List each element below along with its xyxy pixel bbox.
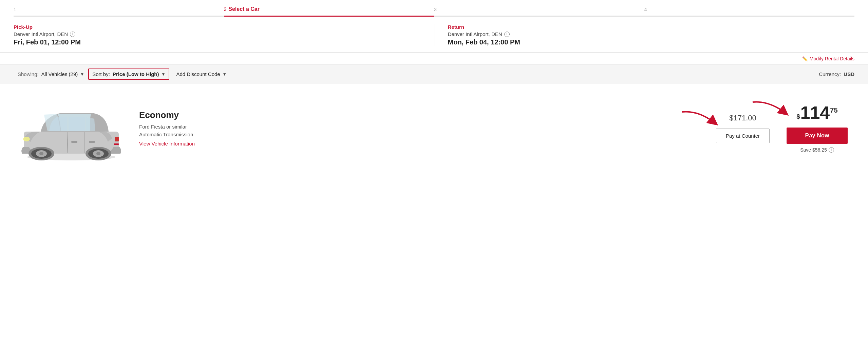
currency-value: USD (844, 71, 854, 77)
price-dollar-sign: $ (796, 113, 800, 120)
car-model: Ford Fiesta or similar (139, 124, 706, 130)
svg-rect-16 (89, 141, 95, 143)
arrow-1 (679, 107, 719, 127)
sort-chevron-icon: ▼ (162, 72, 166, 77)
step-4: 4 (644, 7, 855, 15)
return-location: Denver Intl Airport, DEN i (448, 31, 855, 37)
save-text-label: Save $56.25 (800, 147, 827, 153)
filter-bar: Showing: All Vehicles (29) ▼ Sort by: Pr… (0, 64, 868, 84)
return-section: Return Denver Intl Airport, DEN i Mon, F… (434, 24, 855, 46)
sort-filter[interactable]: Sort by: Price (Low to High) ▼ (88, 69, 169, 80)
modify-row: ✏️ Modify Rental Details (0, 53, 868, 64)
showing-chevron-icon: ▼ (80, 72, 84, 77)
pickup-return-section: Pick-Up Denver Intl Airport, DEN i Fri, … (0, 17, 868, 53)
sort-label: Sort by: (92, 71, 110, 77)
svg-point-11 (96, 152, 100, 155)
currency-label: Currency: (819, 71, 841, 77)
car-listing: Economy Ford Fiesta or similar Automatic… (0, 84, 868, 172)
pickup-location: Denver Intl Airport, DEN i (14, 31, 420, 37)
save-amount: Save $56.25 i (800, 147, 834, 153)
step-line-4 (644, 16, 855, 17)
car-category: Economy (139, 110, 706, 120)
pencil-icon: ✏️ (802, 56, 808, 61)
step-2-label: Select a Car (228, 6, 260, 12)
svg-point-7 (39, 152, 43, 155)
pickup-label: Pick-Up (14, 24, 420, 30)
svg-rect-13 (115, 137, 119, 141)
car-image-column (14, 94, 129, 162)
step-3-number: 3 (434, 7, 437, 12)
modify-label: Modify Rental Details (810, 56, 854, 61)
arrow-2 (749, 97, 790, 117)
progress-bar: 1 2 Select a Car 3 4 (0, 0, 868, 17)
pay-now-price: $ 114 75 (796, 104, 837, 121)
save-info-icon[interactable]: i (829, 147, 834, 153)
discount-chevron-icon: ▼ (223, 72, 227, 77)
car-image (17, 94, 126, 162)
showing-value: All Vehicles (29) (41, 71, 78, 77)
return-datetime: Mon, Feb 04, 12:00 PM (448, 38, 855, 46)
svg-rect-15 (71, 141, 77, 143)
step-line-3 (434, 16, 644, 17)
pay-at-counter-button[interactable]: Pay at Counter (716, 129, 770, 143)
discount-label: Add Discount Code (176, 71, 220, 77)
step-1: 1 (14, 7, 224, 15)
price-main-amount: 114 (800, 104, 830, 121)
step-1-number: 1 (14, 7, 16, 12)
return-info-icon[interactable]: i (504, 32, 510, 37)
price-cents: 75 (830, 106, 837, 114)
step-2-number: 2 (224, 6, 227, 12)
return-label: Return (448, 24, 855, 30)
showing-label: Showing: (18, 71, 39, 77)
pickup-section: Pick-Up Denver Intl Airport, DEN i Fri, … (14, 24, 434, 46)
currency-display: Currency: USD (819, 71, 854, 77)
svg-rect-14 (114, 143, 119, 145)
step-4-number: 4 (644, 7, 647, 12)
car-transmission: Automatic Transmission (139, 132, 706, 137)
pay-now-button[interactable]: Pay Now (787, 128, 848, 144)
discount-filter[interactable]: Add Discount Code ▼ (172, 69, 230, 79)
step-2: 2 Select a Car (224, 6, 434, 15)
step-line-2 (224, 16, 434, 17)
car-info-column: Economy Ford Fiesta or similar Automatic… (129, 110, 706, 147)
pickup-info-icon[interactable]: i (70, 32, 75, 37)
sort-value: Price (Low to High) (113, 71, 159, 77)
pickup-datetime: Fri, Feb 01, 12:00 PM (14, 38, 420, 46)
view-vehicle-link[interactable]: View Vehicle Information (139, 141, 195, 147)
step-3: 3 (434, 7, 644, 15)
modify-link[interactable]: ✏️ Modify Rental Details (802, 56, 854, 61)
svg-point-12 (23, 137, 30, 141)
showing-filter[interactable]: Showing: All Vehicles (29) ▼ (14, 69, 88, 79)
step-line-1 (14, 16, 224, 17)
